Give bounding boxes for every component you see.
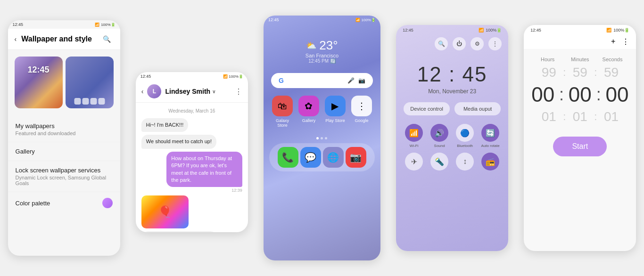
dot-1: [316, 137, 319, 139]
color-dot: [102, 198, 113, 208]
image-bubble: 🎈: [141, 195, 189, 228]
nfc-toggle[interactable]: 📻: [480, 153, 501, 170]
sound-icon: 🔊: [430, 124, 448, 142]
more-icon[interactable]: ⋮: [235, 87, 242, 96]
weather-location: San Francisco: [264, 53, 380, 58]
page-indicator: [264, 137, 380, 139]
power-icon[interactable]: ⏻: [453, 37, 466, 50]
app-google[interactable]: ⋮ Google: [350, 96, 373, 128]
phone3-status-icons: 📶 100%🔋: [355, 18, 376, 22]
bluetooth-icon: 🔵: [456, 124, 474, 142]
airplane-toggle[interactable]: ✈: [404, 153, 424, 170]
more-icon[interactable]: ⋮: [622, 37, 629, 46]
timer-next-row: 01 : 01 : 01: [524, 108, 636, 125]
sound-toggle[interactable]: 🔊 Sound: [429, 124, 450, 148]
seconds-label: Seconds: [598, 57, 627, 62]
dot-2: [321, 137, 323, 139]
wallpaper-menu: My wallpapers Featured and downloaded Ga…: [8, 113, 120, 218]
media-output-btn[interactable]: Media ouput: [454, 102, 501, 115]
phone5-timer: 12:45 📶 100%🔋 + ⋮ Hours Minutes Seconds …: [524, 25, 636, 251]
add-icon[interactable]: +: [611, 37, 615, 46]
play-store-label: Play Store: [325, 118, 345, 123]
timer-set-row: 99 : 59 : 59: [524, 64, 636, 81]
wallpaper-preview: 12:45: [8, 50, 120, 113]
main-minutes[interactable]: 00: [565, 83, 595, 106]
timer-main-row: 00 : 00 : 00: [524, 81, 636, 108]
more-icon[interactable]: ⋮: [488, 37, 502, 50]
settings-icon[interactable]: ⚙: [471, 37, 484, 50]
messages-area: Wednesday, March 16 Hi~! I'm BACK!!! We …: [136, 103, 248, 232]
next-seconds[interactable]: 01: [597, 109, 625, 124]
date-label: Wednesday, March 16: [141, 108, 242, 114]
timer-labels: Hours Minutes Seconds: [524, 49, 636, 64]
set-hours[interactable]: 99: [535, 65, 563, 80]
contact-name[interactable]: Lindsey Smith ∨: [165, 88, 215, 95]
lock-screen-services-item[interactable]: Lock screen wallpaper services Dynamic L…: [8, 161, 120, 192]
phone4-icons-bar: 🔍 ⏻ ⚙ ⋮: [396, 34, 508, 53]
my-wallpapers-item[interactable]: My wallpapers Featured and downloaded: [8, 117, 120, 142]
nfc-icon: 📻: [481, 153, 499, 170]
clock-display: 12 : 45: [396, 63, 508, 86]
weather-temp: 23°: [319, 38, 338, 53]
lock-screen-thumb[interactable]: 12:45: [15, 57, 63, 108]
phone4-status-icons: 📶 100%🔋: [479, 28, 502, 32]
weather-time: 12:45 PM 🔄: [264, 58, 380, 64]
start-button[interactable]: Start: [553, 137, 607, 156]
phone2-time: 12:45: [140, 74, 151, 79]
phone2-messaging: 12:45 📶 100%🔋 ‹ L Lindsey Smith ∨ ⋮ Wedn…: [136, 72, 248, 232]
page-title: Wallpaper and style: [21, 35, 95, 43]
search-icon[interactable]: 🔍: [100, 32, 114, 46]
color-palette-item[interactable]: Color palette: [8, 192, 120, 214]
sent-message-group: How about on Thursday at 6PM? If you are…: [141, 152, 242, 193]
phone2-status-icons: 📶 100%🔋: [223, 74, 243, 79]
chevron-down-icon: ∨: [212, 89, 215, 94]
search-bar[interactable]: G 🎤 📷: [271, 73, 373, 88]
next-hours[interactable]: 01: [535, 109, 563, 124]
auto-rotate-toggle[interactable]: 🔄 Auto rotate: [480, 124, 501, 148]
lens-icon[interactable]: 📷: [358, 77, 365, 84]
set-minutes[interactable]: 59: [566, 65, 594, 80]
app-gallery[interactable]: ✿ Gallery: [297, 96, 320, 128]
main-seconds[interactable]: 00: [602, 83, 633, 106]
dock-messages[interactable]: 💬: [300, 147, 321, 168]
bluetooth-toggle[interactable]: 🔵 Bluetooth: [454, 124, 475, 148]
home-mini-icons: [74, 98, 105, 105]
set-seconds[interactable]: 59: [597, 65, 625, 80]
dock-camera[interactable]: 📷: [346, 147, 366, 168]
clock-date: Mon, November 23: [396, 88, 508, 95]
flashlight-toggle[interactable]: 🔦: [429, 153, 450, 170]
mic-icon[interactable]: 🎤: [347, 77, 355, 84]
gallery-label: Gallery: [302, 118, 316, 123]
wifi-label: Wi-Fi: [410, 144, 419, 148]
lock-screen-services-label: Lock screen wallpaper services: [16, 167, 113, 174]
dock-browser[interactable]: 🌐: [323, 147, 344, 168]
minutes-label: Minutes: [566, 57, 594, 62]
play-store-icon: ▶: [325, 96, 346, 116]
wifi-icon: 📶: [405, 124, 423, 142]
phone5-status-bar: 12:45 📶 100%🔋: [524, 25, 636, 34]
lock-wallpaper-clock: 12:45: [28, 65, 50, 75]
hours-label: Hours: [534, 57, 562, 62]
message-time-1: 12:39: [231, 188, 242, 193]
home-screen-thumb[interactable]: [66, 57, 114, 108]
gallery-item[interactable]: Gallery: [8, 142, 120, 161]
data-saver-icon: ↕: [456, 153, 474, 170]
data-saver-toggle[interactable]: ↕: [454, 153, 475, 170]
balloon-image: 🎈: [141, 195, 189, 228]
app-galaxy-store[interactable]: 🛍 Galaxy Store: [271, 96, 294, 128]
back-icon[interactable]: ‹: [141, 88, 144, 95]
main-hours[interactable]: 00: [528, 83, 558, 106]
phone1-status-icons: 📶 100%🔋: [95, 23, 115, 27]
google-icon: ⋮: [351, 96, 372, 116]
app-play-store[interactable]: ▶ Play Store: [324, 96, 347, 128]
next-minutes[interactable]: 01: [566, 109, 594, 124]
google-label: Google: [355, 118, 368, 123]
back-icon[interactable]: ‹: [15, 35, 17, 43]
wifi-toggle[interactable]: 📶 Wi-Fi: [404, 124, 424, 148]
main-colon2: :: [596, 85, 601, 105]
device-control-btn[interactable]: Device control: [404, 102, 450, 115]
search-icon[interactable]: 🔍: [435, 37, 448, 50]
contact-avatar: L: [147, 84, 161, 98]
dock-phone[interactable]: 📞: [278, 147, 298, 168]
phone4-clock-screen: 12:45 📶 100%🔋 🔍 ⏻ ⚙ ⋮ 12 : 45 Mon, Novem…: [396, 25, 508, 251]
